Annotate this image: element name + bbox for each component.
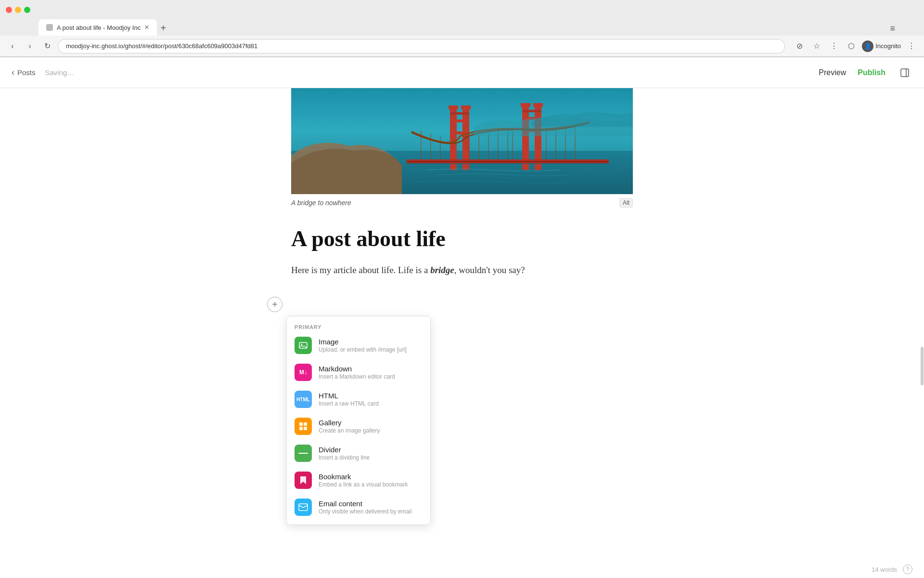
image-item-desc: Upload, or embed with /image [url] (319, 346, 407, 353)
add-content-button[interactable]: + (267, 297, 282, 312)
settings-panel-icon[interactable] (897, 65, 912, 80)
html-item-desc: Insert a raw HTML card (319, 400, 379, 407)
bookmark-item-desc: Embed a link as a visual bookmark (319, 481, 408, 488)
svg-rect-38 (299, 427, 303, 430)
menu-item-bookmark[interactable]: Bookmark Embed a link as a visual bookma… (287, 467, 430, 494)
menu-item-email[interactable]: Email content Only visible when delivere… (287, 494, 430, 521)
browser-dots (6, 7, 30, 13)
svg-rect-9 (449, 105, 458, 109)
menu-item-gallery[interactable]: Gallery Create an image gallery (287, 413, 430, 440)
tab-close-button[interactable]: × (144, 23, 149, 32)
new-tab-button[interactable]: + (157, 21, 170, 36)
divider-icon-svg (298, 452, 308, 454)
email-item-desc: Only visible when delivered by email (319, 508, 411, 515)
gallery-menu-icon (295, 418, 312, 435)
post-image-container: A bridge to nowhere Alt (291, 88, 633, 211)
image-caption[interactable]: A bridge to nowhere (291, 199, 351, 207)
browser-chrome: A post about life - Moodjoy Inc × + ≡ ‹ … (0, 0, 924, 57)
gallery-item-name: Gallery (319, 419, 380, 427)
content-text-prefix: Here is my article about life. Life is a (291, 265, 430, 275)
incognito-label: Incognito (875, 42, 901, 50)
bookmark-menu-text: Bookmark Embed a link as a visual bookma… (319, 473, 408, 488)
extension-icon[interactable]: ⋮ (827, 39, 841, 53)
post-title[interactable]: A post about life (291, 226, 633, 251)
forward-button[interactable]: › (23, 39, 37, 53)
no-camera-icon: ⊘ (793, 39, 806, 53)
menu-item-html[interactable]: HTML HTML Insert a raw HTML card (287, 386, 430, 413)
html-menu-text: HTML Insert a raw HTML card (319, 392, 379, 407)
incognito-avatar-icon: 👤 (864, 43, 872, 50)
svg-rect-6 (450, 119, 469, 122)
star-icon[interactable]: ☆ (810, 39, 823, 53)
incognito-avatar: 👤 (862, 40, 873, 52)
menu-section-label: PRIMARY (287, 320, 430, 332)
main-content: A bridge to nowhere Alt A post about lif… (0, 88, 924, 578)
tab-title: A post about life - Moodjoy Inc (57, 24, 141, 31)
gallery-menu-text: Gallery Create an image gallery (319, 419, 380, 434)
menu-icon[interactable]: ⋮ (905, 39, 918, 53)
image-caption-row: A bridge to nowhere Alt (291, 194, 633, 211)
address-text: moodjoy-inc.ghost.io/ghost/#/editor/post… (66, 42, 257, 50)
bookmark-menu-icon (295, 472, 312, 489)
alt-badge[interactable]: Alt (619, 198, 633, 208)
back-label: Posts (17, 68, 36, 77)
address-bar[interactable]: moodjoy-inc.ghost.io/ghost/#/editor/post… (58, 39, 785, 53)
gallery-item-desc: Create an image gallery (319, 427, 380, 434)
browser-titlebar (0, 0, 924, 19)
svg-rect-37 (304, 422, 307, 426)
maximize-dot[interactable] (24, 7, 30, 13)
markdown-item-desc: Insert a Markdown editor card (319, 373, 395, 380)
email-menu-text: Email content Only visible when delivere… (319, 499, 411, 515)
image-menu-text: Image Upload, or embed with /image [url] (319, 338, 407, 353)
bridge-image-svg (291, 88, 633, 194)
menu-item-divider[interactable]: Divider Insert a dividing line (287, 440, 430, 467)
svg-rect-39 (304, 427, 307, 430)
svg-rect-10 (461, 105, 471, 109)
menu-item-markdown[interactable]: M↓ Markdown Insert a Markdown editor car… (287, 359, 430, 386)
close-dot[interactable] (6, 7, 12, 13)
bookmark-icon-svg (299, 475, 307, 485)
markdown-item-name: Markdown (319, 365, 395, 373)
browser-tab[interactable]: A post about life - Moodjoy Inc × (38, 19, 157, 36)
svg-rect-8 (450, 112, 469, 115)
app-header: ‹ Posts Saving... Preview Publish (0, 57, 924, 88)
back-button[interactable]: ‹ (6, 39, 19, 53)
divider-item-desc: Insert a dividing line (319, 454, 370, 461)
content-bold-italic: bridge (430, 265, 454, 275)
preview-button[interactable]: Preview (819, 68, 846, 77)
panel-icon-svg (900, 68, 910, 78)
menu-item-image[interactable]: Image Upload, or embed with /image [url] (287, 332, 430, 359)
minimize-dot[interactable] (15, 7, 21, 13)
image-item-name: Image (319, 338, 407, 346)
markdown-menu-icon: M↓ (295, 364, 312, 381)
saving-status: Saving... (45, 68, 73, 77)
post-body: A post about life Here is my article abo… (291, 211, 633, 292)
svg-rect-15 (522, 110, 541, 112)
cast-icon[interactable]: ⬡ (845, 39, 858, 53)
svg-point-35 (301, 344, 303, 345)
email-icon-svg (298, 503, 308, 511)
scrollbar-thumb[interactable] (921, 347, 924, 385)
html-icon-label: HTML (296, 397, 310, 402)
tab-favicon (46, 24, 53, 31)
help-button[interactable]: ? (903, 565, 912, 574)
divider-item-name: Divider (319, 446, 370, 454)
svg-rect-16 (521, 103, 530, 107)
word-count: 14 words (872, 566, 897, 573)
markdown-menu-text: Markdown Insert a Markdown editor card (319, 365, 395, 380)
incognito-profile[interactable]: 👤 Incognito (862, 40, 901, 52)
back-to-posts-link[interactable]: ‹ Posts (12, 67, 36, 78)
svg-rect-36 (299, 422, 303, 426)
svg-rect-0 (901, 69, 909, 77)
footer-bar: 14 words ? (860, 561, 924, 578)
email-item-name: Email content (319, 499, 411, 508)
publish-button[interactable]: Publish (858, 68, 886, 77)
svg-rect-40 (298, 453, 308, 454)
refresh-button[interactable]: ↻ (40, 39, 54, 53)
post-content[interactable]: Here is my article about life. Life is a… (291, 263, 633, 277)
gallery-icon-svg (298, 421, 308, 431)
post-featured-image (291, 88, 633, 194)
svg-rect-33 (407, 163, 609, 164)
scrollbar[interactable] (920, 0, 924, 578)
content-text-suffix: , wouldn't you say? (454, 265, 525, 275)
